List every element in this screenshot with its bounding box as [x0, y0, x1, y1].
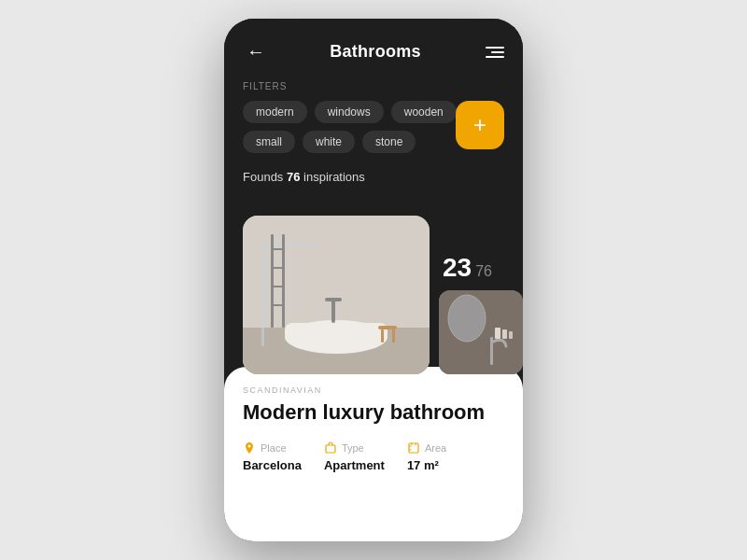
- svg-rect-7: [325, 298, 342, 301]
- place-key: Place: [261, 442, 287, 454]
- style-label: SCANDINAVIAN: [243, 385, 504, 395]
- place-icon: [243, 441, 256, 455]
- counter-total: 76: [475, 263, 492, 280]
- svg-rect-21: [502, 329, 507, 339]
- meta-area-header: Area: [407, 441, 446, 455]
- meta-type: Type Apartment: [324, 441, 385, 472]
- svg-rect-3: [285, 323, 388, 342]
- type-icon: [324, 441, 337, 455]
- found-count: Founds 76 inspirations: [243, 170, 504, 184]
- svg-rect-4: [261, 244, 264, 346]
- svg-rect-20: [495, 328, 500, 339]
- svg-rect-24: [409, 443, 418, 453]
- found-prefix: Founds: [243, 170, 287, 184]
- main-image[interactable]: [243, 216, 430, 374]
- page-title: Bathrooms: [330, 42, 421, 62]
- area-icon: [407, 441, 420, 455]
- area-key: Area: [425, 442, 446, 454]
- counter: 23 76: [439, 253, 492, 283]
- found-suffix: inspirations: [300, 170, 364, 184]
- add-filter-button[interactable]: +: [456, 101, 504, 149]
- svg-rect-23: [326, 445, 335, 453]
- meta-row: Place Barcelona Type Apartment: [243, 441, 504, 472]
- top-section: ← Bathrooms FILTERS modern windows woode…: [224, 19, 523, 216]
- meta-place: Place Barcelona: [243, 441, 302, 472]
- filter-chip-windows[interactable]: windows: [315, 101, 384, 123]
- found-number: 76: [287, 170, 300, 184]
- back-button[interactable]: ←: [243, 41, 269, 63]
- svg-point-18: [448, 295, 486, 342]
- room-title: Modern luxury bathroom: [243, 400, 504, 425]
- images-section: 23 76: [224, 216, 523, 374]
- area-value: 17 m²: [407, 458, 446, 472]
- side-image[interactable]: [439, 290, 523, 374]
- filter-chip-wooden[interactable]: wooden: [391, 101, 457, 123]
- type-value: Apartment: [324, 458, 385, 472]
- svg-rect-15: [271, 286, 285, 287]
- header: ← Bathrooms: [243, 41, 504, 63]
- counter-current: 23: [443, 253, 472, 283]
- filters-label: FILTERS: [243, 81, 504, 91]
- meta-type-header: Type: [324, 441, 385, 455]
- filter-chip-modern[interactable]: modern: [243, 101, 307, 123]
- filter-chip-white[interactable]: white: [303, 131, 355, 153]
- type-key: Type: [342, 442, 364, 454]
- svg-rect-10: [392, 329, 395, 343]
- svg-rect-6: [331, 300, 335, 323]
- menu-button[interactable]: [482, 47, 504, 58]
- side-panel: 23 76: [439, 253, 523, 374]
- filter-chip-stone[interactable]: stone: [362, 131, 416, 153]
- bottom-card: SCANDINAVIAN Modern luxury bathroom Plac…: [224, 367, 523, 541]
- svg-rect-16: [271, 304, 285, 306]
- phone-frame: ← Bathrooms FILTERS modern windows woode…: [224, 19, 523, 541]
- svg-rect-14: [271, 267, 285, 269]
- svg-rect-22: [509, 331, 513, 339]
- meta-place-header: Place: [243, 441, 302, 455]
- place-value: Barcelona: [243, 458, 302, 472]
- filter-chip-small[interactable]: small: [243, 131, 295, 153]
- filters-container: modern windows wooden small white stone …: [243, 101, 504, 153]
- svg-rect-8: [378, 326, 397, 329]
- svg-rect-13: [271, 248, 285, 250]
- svg-rect-9: [381, 329, 384, 343]
- meta-area: Area 17 m²: [407, 441, 446, 472]
